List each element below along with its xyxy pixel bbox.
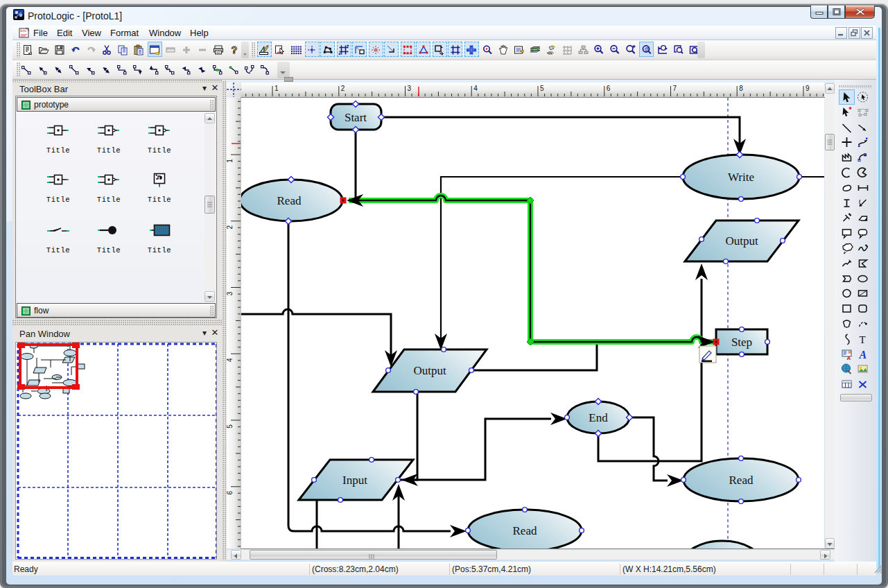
svg-text:Start: Start: [345, 111, 367, 124]
svg-text:A: A: [847, 355, 851, 361]
svg-text:3: 3: [227, 291, 234, 295]
svg-text:2: 2: [341, 85, 345, 92]
svg-text:@: @: [645, 46, 650, 51]
svg-text:9: 9: [806, 85, 810, 92]
svg-text:T: T: [860, 334, 866, 345]
svg-text:4: 4: [473, 85, 478, 92]
svg-text:3: 3: [408, 85, 412, 92]
svg-text:5: 5: [227, 424, 234, 429]
svg-text:1: 1: [227, 159, 234, 163]
svg-text:DOC: DOC: [21, 29, 27, 33]
svg-text:6: 6: [227, 491, 234, 495]
svg-text:Output: Output: [413, 364, 446, 377]
svg-text:8: 8: [739, 85, 743, 92]
svg-text:2: 2: [227, 225, 234, 230]
svg-text:Step: Step: [731, 336, 752, 349]
svg-text:Read: Read: [729, 474, 754, 487]
svg-text:Write: Write: [728, 171, 754, 184]
svg-text:Output: Output: [725, 234, 758, 248]
svg-text:4: 4: [227, 358, 234, 362]
svg-text:1: 1: [275, 85, 279, 92]
svg-text:5: 5: [540, 85, 544, 92]
svg-text:End: End: [589, 411, 608, 424]
svg-text:Read: Read: [513, 524, 537, 537]
svg-text:A: A: [859, 349, 867, 361]
svg-text:?: ?: [232, 44, 238, 55]
svg-text:6: 6: [607, 85, 611, 92]
svg-text:7: 7: [673, 85, 677, 92]
svg-text:Input: Input: [342, 474, 367, 487]
svg-text:Read: Read: [277, 194, 302, 207]
